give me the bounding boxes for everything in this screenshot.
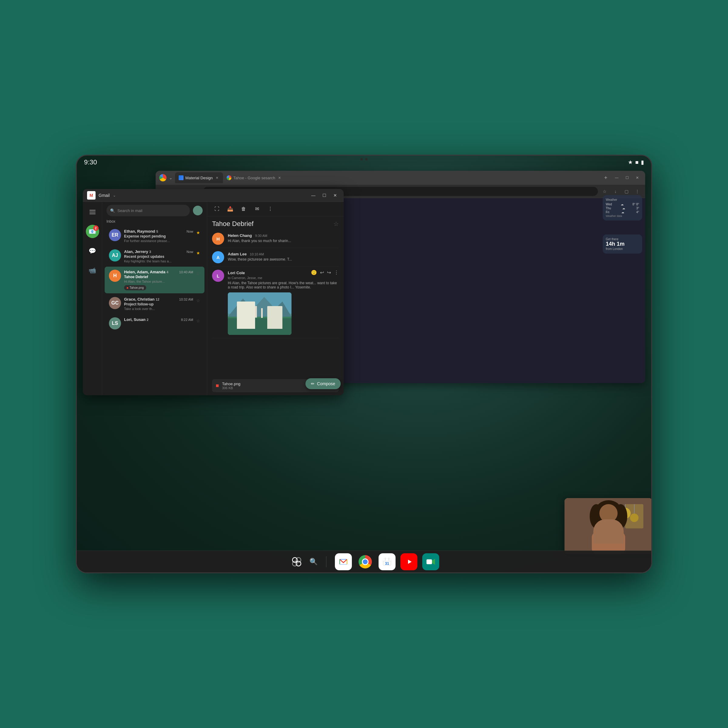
mail-item-1[interactable]: AJ Alan, Jerrery 3 Now Recent project up… [105, 246, 205, 266]
chrome-window-controls: ― ☐ ✕ [612, 173, 642, 182]
svg-point-24 [590, 504, 603, 528]
gmail-close-button[interactable]: ✕ [331, 191, 340, 200]
get-there-label: Get there [606, 237, 639, 241]
camera-dot-2 [365, 158, 368, 161]
dock-gmail-icon[interactable] [335, 553, 352, 570]
chrome-bookmark-button[interactable]: ☆ [600, 187, 609, 196]
mail-star-4[interactable]: ☆ [196, 318, 200, 329]
thread-avatar-1: A [212, 251, 224, 263]
mail-item-0[interactable]: ER Ethan, Raymond 5 Now Expense report p… [105, 226, 205, 246]
chrome-tab-material-design[interactable]: Material Design ✕ [175, 172, 223, 183]
email-label-button[interactable]: ✉ [252, 204, 262, 214]
gmail-hamburger-icon[interactable] [86, 205, 99, 219]
tahoe-favicon [226, 175, 231, 180]
dock-search-icon[interactable]: 🔍 [309, 558, 318, 566]
gmail-search-bar[interactable]: 🔍 Search in mail [107, 205, 190, 216]
attachment-file-icon: ■ [216, 382, 219, 389]
attachment-icon: ■ [127, 286, 128, 289]
chrome-extensions-button[interactable]: ▢ [622, 187, 631, 196]
chrome-maximize-button[interactable]: ☐ [623, 173, 631, 182]
dock-chrome-icon[interactable] [357, 553, 374, 570]
user-avatar[interactable] [193, 206, 203, 216]
thread-sender-0: Helen Chang [228, 233, 252, 238]
mail-sender-0: Ethan, Raymond 5 [124, 229, 158, 234]
email-archive-button[interactable]: 📥 [225, 204, 235, 214]
gmail-window: M Gmail ⌄ ― ☐ ✕ [83, 189, 344, 395]
camera-area [360, 158, 368, 161]
gmail-minimize-button[interactable]: ― [309, 191, 318, 200]
gmail-mail-list: 🔍 Search in mail Inbox ER Ethan, Raymond… [102, 202, 207, 395]
email-expand-button[interactable]: ⛶ [212, 204, 222, 214]
mail-item-4[interactable]: LS Lori, Susan 2 8:22 AM ☆ [105, 314, 205, 332]
email-more-button[interactable]: ⋮ [265, 204, 275, 214]
compose-button[interactable]: ✏ Compose [306, 378, 341, 389]
chrome-new-tab-button[interactable]: + [601, 173, 610, 182]
thread-sender-2: Lori Cole [228, 271, 245, 275]
weather-icon-3: ☁ [621, 211, 624, 214]
mail-star-0[interactable]: ★ [196, 230, 200, 243]
chrome-tab-tahoe-label: Tahoe - Google sesarch [233, 176, 275, 180]
svg-rect-6 [228, 292, 292, 317]
mail-star-1[interactable]: ★ [196, 251, 200, 263]
status-icons: ★ ■ ▮ [628, 159, 644, 166]
svg-text:31: 31 [385, 561, 389, 566]
gmail-email-view: ⛶ 📥 🗑 ✉ ⋮ Tahoe Debrief ☆ H [207, 202, 344, 395]
svg-rect-9 [261, 308, 263, 318]
bluetooth-icon: ★ [628, 159, 633, 166]
dock-meet-icon[interactable] [422, 553, 439, 570]
dock-calendar-icon[interactable]: 31 [379, 553, 396, 570]
weather-day-2: Thu [606, 206, 611, 210]
email-subject-area: Tahoe Debrief ☆ [207, 216, 344, 229]
weather-icon-1: ☁ [621, 203, 624, 206]
mail-sender-3: Grace, Christian 12 [124, 297, 159, 301]
mail-avatar-4: LS [109, 317, 121, 329]
weather-data-label: Weather data [606, 214, 639, 217]
mail-avatar-2: H [109, 270, 121, 282]
email-view-toolbar: ⛶ 📥 🗑 ✉ ⋮ [207, 202, 344, 216]
thread-avatar-2: L [212, 270, 224, 282]
thread-item-1: A Adam Lee 10:10 AM Wow, these picturese… [212, 248, 339, 267]
mail-content-2: Helen, Adam, Amanda 4 10:40 AM Tahoe Deb… [124, 270, 193, 290]
gmail-maximize-button[interactable]: ☐ [320, 191, 329, 200]
svg-point-29 [296, 558, 301, 562]
mail-item-3[interactable]: GC Grace, Christian 12 10:32 AM Project … [105, 294, 205, 314]
thread-more-button[interactable]: ⋮ [334, 270, 339, 275]
gmail-notifications-icon[interactable]: 2 📧 [86, 225, 99, 238]
mail-sender-1: Alan, Jerrery 3 [124, 249, 151, 254]
gmail-sidebar: 2 📧 💬 📹 [83, 202, 102, 395]
mail-content-3: Grace, Christian 12 10:32 AM Project fol… [124, 297, 193, 310]
gmail-body: 2 📧 💬 📹 🔍 Sear [83, 202, 344, 395]
mail-content-1: Alan, Jerrery 3 Now Recent project updat… [124, 249, 193, 263]
chrome-tab-tahoe[interactable]: Tahoe - Google sesarch ✕ [223, 172, 286, 183]
email-delete-button[interactable]: 🗑 [239, 204, 248, 214]
chrome-minimize-button[interactable]: ― [612, 173, 621, 182]
weather-day-1: Wed [606, 203, 612, 206]
chrome-tab-material-design-close[interactable]: ✕ [214, 175, 219, 180]
thread-content-0: Helen Chang 9:30 AM Hi Alan, thank you s… [228, 232, 339, 245]
status-time: 9:30 [84, 158, 97, 166]
svg-marker-45 [432, 559, 435, 565]
reply-emoji-button[interactable]: 🙂 [311, 270, 317, 275]
chrome-titlebar: ⌄ Material Design ✕ Tahoe - Google sesar… [156, 171, 645, 185]
chrome-menu-icon[interactable]: ⌄ [169, 175, 173, 180]
dock-youtube-icon[interactable] [401, 553, 418, 570]
thread-content-2: Lori Cole 🙂 ↩ ↪ ⋮ to Cameron, Jesse, me [228, 270, 339, 335]
get-there-from: from London [606, 247, 639, 251]
chrome-close-button[interactable]: ✕ [633, 173, 642, 182]
mail-time-1: Now [187, 250, 193, 254]
gmail-meet-icon[interactable]: 📹 [86, 264, 99, 277]
mail-star-3[interactable]: ☆ [196, 298, 200, 310]
svg-point-14 [630, 514, 639, 522]
mail-item-2-tahoe[interactable]: H Helen, Adam, Amanda 4 10:40 AM Tahoe D… [105, 267, 205, 293]
chrome-tab-tahoe-close[interactable]: ✕ [277, 175, 282, 180]
tablet-frame: 9:30 ★ ■ ▮ ⌄ Material Design ✕ [76, 155, 652, 573]
dock-recents-button[interactable] [289, 554, 304, 570]
gmail-chat-icon[interactable]: 💬 [86, 244, 99, 257]
reply-button[interactable]: ↩ [320, 270, 324, 275]
chrome-menu-dots-button[interactable]: ⋮ [633, 187, 642, 196]
forward-button[interactable]: ↪ [327, 270, 331, 275]
email-star-button[interactable]: ☆ [333, 220, 339, 228]
chrome-download-button[interactable]: ↓ [611, 187, 620, 196]
mail-star-2[interactable]: ☆ [196, 271, 200, 290]
email-thread: H Helen Chang 9:30 AM Hi Alan, thank you… [207, 229, 344, 387]
